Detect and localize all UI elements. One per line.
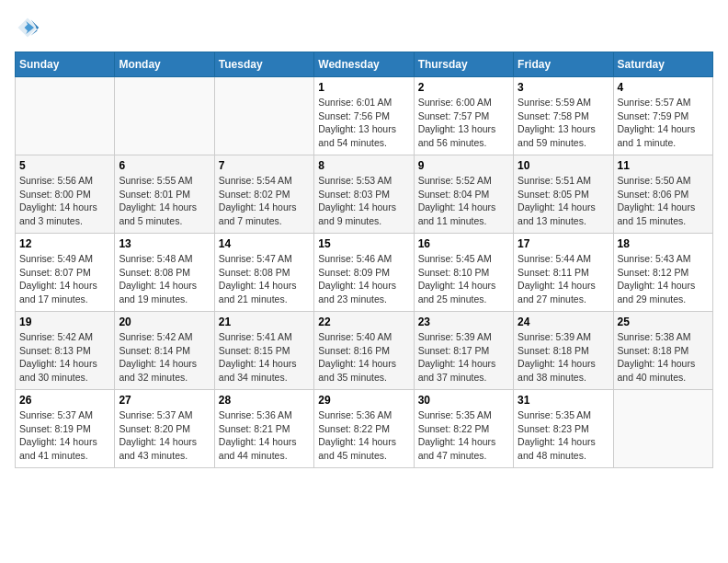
day-number: 22 — [318, 316, 409, 328]
day-info: Sunrise: 5:36 AM Sunset: 8:22 PM Dayligh… — [318, 408, 409, 463]
day-number: 14 — [219, 237, 310, 250]
day-info: Sunrise: 5:38 AM Sunset: 8:18 PM Dayligh… — [618, 330, 709, 385]
calendar-cell: 10Sunrise: 5:51 AM Sunset: 8:05 PM Dayli… — [514, 155, 613, 234]
day-info: Sunrise: 5:50 AM Sunset: 8:06 PM Dayligh… — [618, 174, 709, 228]
calendar-cell: 17Sunrise: 5:44 AM Sunset: 8:11 PM Dayli… — [514, 234, 613, 312]
day-number: 4 — [618, 81, 709, 94]
day-number: 10 — [518, 159, 609, 172]
day-number: 24 — [518, 316, 609, 328]
header-row: SundayMondayTuesdayWednesdayThursdayFrid… — [16, 52, 713, 77]
day-number: 28 — [219, 394, 310, 407]
calendar-cell — [115, 77, 214, 155]
day-info: Sunrise: 5:59 AM Sunset: 7:58 PM Dayligh… — [518, 96, 609, 150]
calendar-cell — [16, 77, 115, 155]
calendar-cell: 8Sunrise: 5:53 AM Sunset: 8:03 PM Daylig… — [314, 155, 414, 234]
day-info: Sunrise: 5:39 AM Sunset: 8:18 PM Dayligh… — [518, 330, 609, 385]
day-number: 5 — [19, 159, 110, 172]
calendar-cell: 15Sunrise: 5:46 AM Sunset: 8:09 PM Dayli… — [314, 234, 414, 312]
weekday-header: Saturday — [613, 52, 712, 77]
calendar-cell: 13Sunrise: 5:48 AM Sunset: 8:08 PM Dayli… — [115, 234, 214, 312]
day-info: Sunrise: 5:37 AM Sunset: 8:20 PM Dayligh… — [119, 408, 210, 463]
calendar-cell: 11Sunrise: 5:50 AM Sunset: 8:06 PM Dayli… — [613, 155, 712, 234]
day-number: 25 — [618, 316, 709, 328]
day-number: 21 — [219, 316, 310, 328]
calendar-week-row: 19Sunrise: 5:42 AM Sunset: 8:13 PM Dayli… — [16, 312, 713, 390]
calendar-cell: 4Sunrise: 5:57 AM Sunset: 7:59 PM Daylig… — [613, 77, 712, 155]
day-number: 31 — [518, 394, 609, 407]
day-info: Sunrise: 5:46 AM Sunset: 8:09 PM Dayligh… — [318, 252, 409, 306]
day-info: Sunrise: 5:56 AM Sunset: 8:00 PM Dayligh… — [19, 174, 110, 228]
calendar-cell: 19Sunrise: 5:42 AM Sunset: 8:13 PM Dayli… — [16, 312, 115, 390]
weekday-header: Sunday — [16, 52, 115, 77]
calendar-cell: 14Sunrise: 5:47 AM Sunset: 8:08 PM Dayli… — [214, 234, 313, 312]
day-info: Sunrise: 5:39 AM Sunset: 8:17 PM Dayligh… — [418, 330, 509, 385]
day-info: Sunrise: 5:45 AM Sunset: 8:10 PM Dayligh… — [418, 252, 509, 306]
day-info: Sunrise: 5:52 AM Sunset: 8:04 PM Dayligh… — [418, 174, 509, 228]
day-info: Sunrise: 5:53 AM Sunset: 8:03 PM Dayligh… — [318, 174, 409, 228]
day-info: Sunrise: 5:49 AM Sunset: 8:07 PM Dayligh… — [19, 252, 110, 306]
day-info: Sunrise: 5:35 AM Sunset: 8:23 PM Dayligh… — [518, 408, 609, 463]
day-number: 20 — [119, 316, 210, 328]
day-number: 27 — [119, 394, 210, 407]
day-number: 16 — [418, 237, 509, 250]
calendar-cell: 29Sunrise: 5:36 AM Sunset: 8:22 PM Dayli… — [314, 390, 414, 468]
calendar-week-row: 12Sunrise: 5:49 AM Sunset: 8:07 PM Dayli… — [16, 234, 713, 312]
day-number: 7 — [219, 159, 310, 172]
calendar-cell: 20Sunrise: 5:42 AM Sunset: 8:14 PM Dayli… — [115, 312, 214, 390]
weekday-header: Tuesday — [214, 52, 313, 77]
calendar-cell: 24Sunrise: 5:39 AM Sunset: 8:18 PM Dayli… — [514, 312, 613, 390]
weekday-header: Thursday — [414, 52, 513, 77]
day-info: Sunrise: 5:42 AM Sunset: 8:14 PM Dayligh… — [119, 330, 210, 385]
day-number: 26 — [19, 394, 110, 407]
calendar-cell: 5Sunrise: 5:56 AM Sunset: 8:00 PM Daylig… — [16, 155, 115, 234]
day-number: 13 — [119, 237, 210, 250]
day-number: 12 — [19, 237, 110, 250]
day-info: Sunrise: 5:35 AM Sunset: 8:22 PM Dayligh… — [418, 408, 509, 463]
calendar-cell: 9Sunrise: 5:52 AM Sunset: 8:04 PM Daylig… — [414, 155, 513, 234]
weekday-header: Wednesday — [314, 52, 414, 77]
day-info: Sunrise: 5:47 AM Sunset: 8:08 PM Dayligh… — [219, 252, 310, 306]
calendar-cell — [214, 77, 313, 155]
calendar-cell: 16Sunrise: 5:45 AM Sunset: 8:10 PM Dayli… — [414, 234, 513, 312]
calendar-body: 1Sunrise: 6:01 AM Sunset: 7:56 PM Daylig… — [16, 77, 713, 468]
calendar-cell: 7Sunrise: 5:54 AM Sunset: 8:02 PM Daylig… — [214, 155, 313, 234]
day-number: 19 — [19, 316, 110, 328]
day-info: Sunrise: 5:43 AM Sunset: 8:12 PM Dayligh… — [618, 252, 709, 306]
calendar-cell: 12Sunrise: 5:49 AM Sunset: 8:07 PM Dayli… — [16, 234, 115, 312]
calendar-cell: 3Sunrise: 5:59 AM Sunset: 7:58 PM Daylig… — [514, 77, 613, 155]
calendar-cell — [613, 390, 712, 468]
day-number: 17 — [518, 237, 609, 250]
day-info: Sunrise: 5:42 AM Sunset: 8:13 PM Dayligh… — [19, 330, 110, 385]
calendar-cell: 2Sunrise: 6:00 AM Sunset: 7:57 PM Daylig… — [414, 77, 513, 155]
day-info: Sunrise: 5:55 AM Sunset: 8:01 PM Dayligh… — [119, 174, 210, 228]
day-info: Sunrise: 5:36 AM Sunset: 8:21 PM Dayligh… — [219, 408, 310, 463]
logo-icon — [15, 15, 40, 40]
calendar-cell: 31Sunrise: 5:35 AM Sunset: 8:23 PM Dayli… — [514, 390, 613, 468]
day-number: 11 — [618, 159, 709, 172]
calendar-cell: 23Sunrise: 5:39 AM Sunset: 8:17 PM Dayli… — [414, 312, 513, 390]
logo — [15, 15, 44, 40]
day-number: 15 — [318, 237, 409, 250]
weekday-header: Friday — [514, 52, 613, 77]
calendar-cell: 6Sunrise: 5:55 AM Sunset: 8:01 PM Daylig… — [115, 155, 214, 234]
calendar-cell: 27Sunrise: 5:37 AM Sunset: 8:20 PM Dayli… — [115, 390, 214, 468]
day-number: 23 — [418, 316, 509, 328]
day-info: Sunrise: 5:48 AM Sunset: 8:08 PM Dayligh… — [119, 252, 210, 306]
day-number: 2 — [418, 81, 509, 94]
calendar-cell: 30Sunrise: 5:35 AM Sunset: 8:22 PM Dayli… — [414, 390, 513, 468]
day-number: 30 — [418, 394, 509, 407]
day-info: Sunrise: 5:54 AM Sunset: 8:02 PM Dayligh… — [219, 174, 310, 228]
calendar-week-row: 5Sunrise: 5:56 AM Sunset: 8:00 PM Daylig… — [16, 155, 713, 234]
calendar-table: SundayMondayTuesdayWednesdayThursdayFrid… — [15, 52, 713, 468]
day-number: 3 — [518, 81, 609, 94]
day-number: 18 — [618, 237, 709, 250]
day-info: Sunrise: 5:57 AM Sunset: 7:59 PM Dayligh… — [618, 96, 709, 150]
calendar-cell: 18Sunrise: 5:43 AM Sunset: 8:12 PM Dayli… — [613, 234, 712, 312]
day-number: 29 — [318, 394, 409, 407]
day-info: Sunrise: 6:01 AM Sunset: 7:56 PM Dayligh… — [318, 96, 409, 150]
day-info: Sunrise: 6:00 AM Sunset: 7:57 PM Dayligh… — [418, 96, 509, 150]
calendar-cell: 28Sunrise: 5:36 AM Sunset: 8:21 PM Dayli… — [214, 390, 313, 468]
day-info: Sunrise: 5:37 AM Sunset: 8:19 PM Dayligh… — [19, 408, 110, 463]
calendar-cell: 26Sunrise: 5:37 AM Sunset: 8:19 PM Dayli… — [16, 390, 115, 468]
day-number: 1 — [318, 81, 409, 94]
